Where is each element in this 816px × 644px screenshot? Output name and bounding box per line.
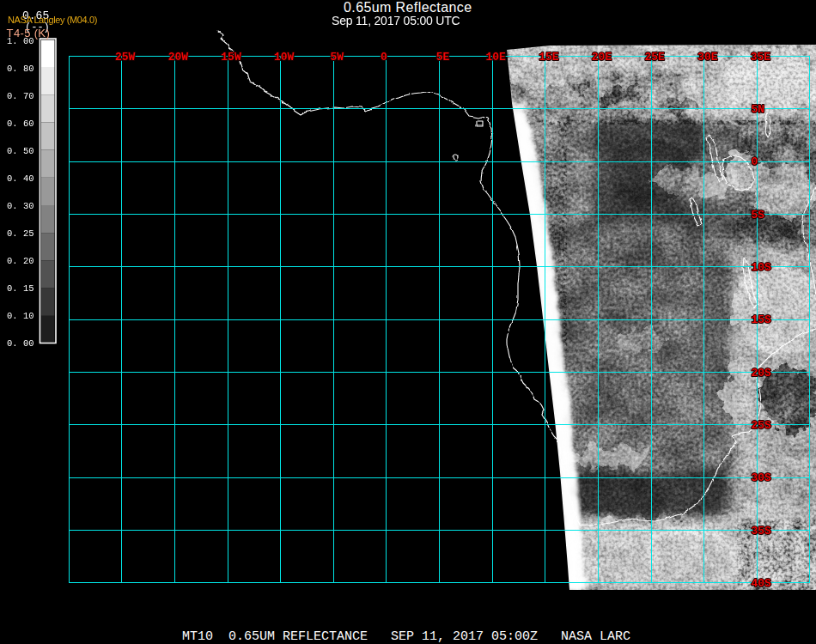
svg-text:0. 10: 0. 10 (7, 311, 34, 321)
svg-text:25W: 25W (115, 51, 136, 64)
svg-text:30S: 30S (752, 471, 772, 484)
svg-text:20E: 20E (592, 51, 612, 64)
svg-text:0: 0 (752, 155, 758, 168)
svg-text:20S: 20S (752, 367, 772, 380)
svg-text:15W: 15W (221, 51, 241, 64)
svg-text:0. 70: 0. 70 (7, 91, 34, 101)
svg-text:30E: 30E (697, 51, 718, 64)
svg-text:0. 25: 0. 25 (7, 228, 34, 239)
svg-text:5W: 5W (330, 51, 344, 64)
svg-text:35S: 35S (752, 525, 772, 538)
svg-text:20W: 20W (168, 51, 189, 64)
svg-text:10S: 10S (752, 261, 772, 274)
svg-text:0. 40: 0. 40 (7, 173, 34, 184)
svg-text:0. 80: 0. 80 (7, 64, 34, 74)
svg-text:10W: 10W (274, 51, 295, 64)
svg-text:0. 30: 0. 30 (7, 201, 34, 211)
svg-text:40S: 40S (752, 577, 772, 590)
svg-text:5S: 5S (752, 209, 765, 222)
svg-text:0. 50: 0. 50 (7, 146, 34, 156)
svg-text:25E: 25E (644, 51, 665, 64)
svg-text:0. 20: 0. 20 (7, 256, 34, 266)
svg-text:0. 60: 0. 60 (7, 118, 34, 129)
svg-text:0. 00: 0. 00 (7, 338, 34, 349)
svg-text:5N: 5N (752, 103, 765, 116)
svg-text:25S: 25S (752, 419, 772, 432)
svg-text:0. 15: 0. 15 (7, 283, 34, 294)
svg-text:15S: 15S (752, 313, 772, 326)
svg-text:35E: 35E (751, 51, 771, 64)
svg-text:15E: 15E (539, 51, 559, 64)
svg-text:10E: 10E (485, 51, 506, 64)
svg-text:0: 0 (381, 51, 387, 64)
svg-text:5E: 5E (436, 51, 450, 64)
